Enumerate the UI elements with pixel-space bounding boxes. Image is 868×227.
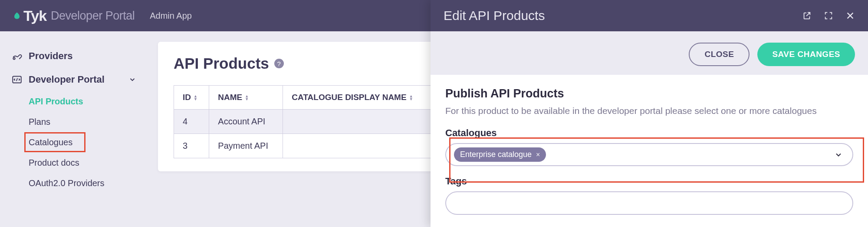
- svg-point-1: [13, 57, 15, 59]
- sidebar-developer-portal-label: Developer Portal: [29, 74, 105, 85]
- edit-drawer: Edit API Products CLOSE SAVE CHANGES Pub…: [431, 0, 868, 227]
- sidebar-api-products-label: API Products: [29, 97, 83, 106]
- cell-name: Account API: [209, 110, 283, 134]
- drawer-actions: CLOSE SAVE CHANGES: [431, 31, 868, 75]
- api-products-table: ID▲▼ NAME▲▼ CATALOGUE DISPLAY NAME▲▼ 4 A…: [174, 85, 434, 158]
- cell-name: Payment API: [209, 134, 283, 158]
- sort-icon: ▲▼: [194, 95, 197, 101]
- sidebar-product-docs-label: Product docs: [29, 158, 79, 167]
- sidebar-oauth-label: OAuth2.0 Providers: [29, 178, 105, 188]
- providers-icon: [11, 50, 23, 62]
- col-id-label: ID: [183, 93, 191, 102]
- col-header-id[interactable]: ID▲▼: [174, 86, 209, 110]
- chevron-down-icon[interactable]: [834, 150, 843, 159]
- col-header-name[interactable]: NAME▲▼: [209, 86, 283, 110]
- publish-section-desc: For this product to be available in the …: [445, 106, 853, 116]
- chevron-down-icon: [128, 76, 136, 83]
- catalogue-chip: Enterprise catalogue ×: [454, 147, 546, 162]
- catalogue-chip-label: Enterprise catalogue: [460, 150, 532, 159]
- sidebar-providers-label: Providers: [29, 50, 73, 62]
- page-title: API Products: [174, 55, 269, 72]
- help-icon[interactable]: ?: [274, 59, 284, 68]
- drawer-header: Edit API Products: [431, 0, 868, 31]
- sidebar-plans-label: Plans: [29, 117, 50, 127]
- sidebar: Providers Developer Portal API Products …: [0, 31, 148, 227]
- cell-catalogue-display: [283, 134, 434, 158]
- sidebar-catalogues-label: Catalogues: [29, 137, 72, 147]
- brand-main: Tyk: [23, 7, 46, 24]
- brand-sub: Developer Portal: [51, 9, 135, 23]
- sidebar-sub-oauth-providers[interactable]: OAuth2.0 Providers: [0, 173, 148, 194]
- close-button[interactable]: CLOSE: [689, 43, 750, 66]
- sort-icon: ▲▼: [245, 95, 249, 101]
- col-header-catalogue-display[interactable]: CATALOGUE DISPLAY NAME▲▼: [283, 86, 434, 110]
- sidebar-sub-catalogues[interactable]: Catalogues: [0, 132, 148, 153]
- catalogues-multiselect[interactable]: Enterprise catalogue ×: [445, 143, 853, 166]
- close-icon[interactable]: [845, 11, 855, 20]
- cell-id: 4: [174, 110, 209, 134]
- expand-icon[interactable]: [824, 11, 833, 20]
- cell-id: 3: [174, 134, 209, 158]
- developer-portal-icon: [11, 74, 23, 85]
- leaf-icon: [13, 12, 21, 20]
- admin-app-label[interactable]: Admin App: [150, 11, 192, 21]
- sort-icon: ▲▼: [409, 95, 413, 101]
- open-new-window-icon[interactable]: [802, 11, 812, 20]
- sidebar-item-providers[interactable]: Providers: [0, 44, 148, 68]
- sidebar-sub-plans[interactable]: Plans: [0, 112, 148, 132]
- catalogues-label: Catalogues: [445, 127, 853, 139]
- table-row[interactable]: 4 Account API: [174, 110, 434, 134]
- col-name-label: NAME: [218, 93, 242, 102]
- sidebar-sub-product-docs[interactable]: Product docs: [0, 153, 148, 173]
- publish-section-title: Publish API Products: [445, 87, 853, 100]
- save-changes-button[interactable]: SAVE CHANGES: [757, 43, 855, 66]
- drawer-title: Edit API Products: [444, 8, 545, 23]
- drawer-body: Publish API Products For this product to…: [431, 75, 868, 227]
- tags-input[interactable]: [445, 191, 853, 215]
- sidebar-item-developer-portal[interactable]: Developer Portal: [0, 68, 148, 91]
- sidebar-sub-api-products[interactable]: API Products: [0, 91, 148, 112]
- brand-logo[interactable]: Tyk Developer Portal: [13, 7, 135, 24]
- table-row[interactable]: 3 Payment API: [174, 134, 434, 158]
- chip-remove-icon[interactable]: ×: [536, 151, 540, 159]
- tags-label: Tags: [445, 176, 853, 187]
- cell-catalogue-display: [283, 110, 434, 134]
- col-catdisp-label: CATALOGUE DISPLAY NAME: [292, 93, 406, 102]
